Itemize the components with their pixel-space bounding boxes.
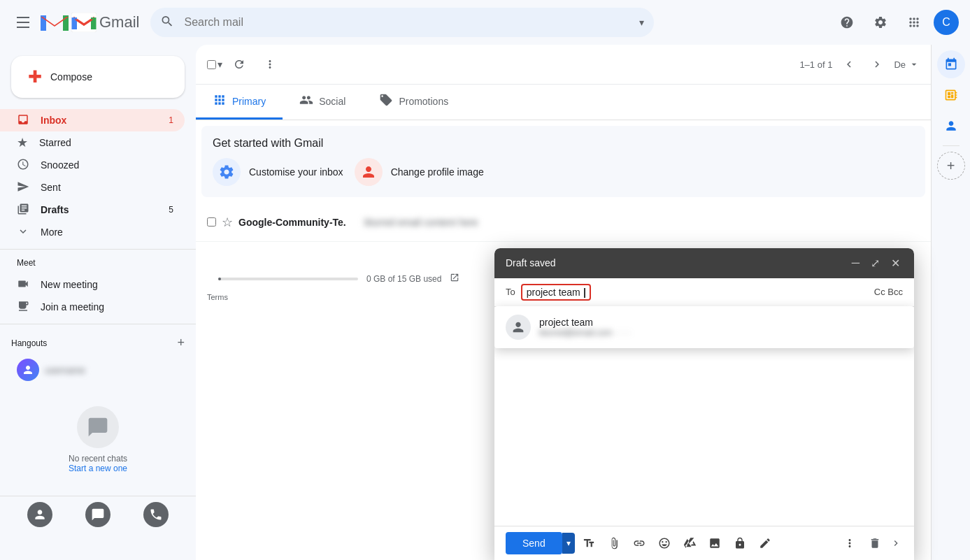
sidebar-item-new-meeting[interactable]: New meeting xyxy=(0,273,185,296)
compose-photo-button[interactable] xyxy=(704,532,726,554)
sidebar-item-more[interactable]: More xyxy=(0,221,185,243)
sidebar-bottom-actions xyxy=(0,496,196,533)
compose-header-title: Draft saved xyxy=(506,257,849,268)
join-meeting-label: Join a meeting xyxy=(41,301,104,313)
compose-to-input[interactable]: project team xyxy=(521,284,591,301)
get-started-item-profile[interactable]: Change profile image xyxy=(355,158,484,186)
prev-page-button[interactable] xyxy=(838,53,860,76)
account-dropdown[interactable]: De xyxy=(894,59,920,70)
select-all-checkbox[interactable] xyxy=(207,60,216,69)
compose-send-dropdown-button[interactable]: ▾ xyxy=(562,533,575,554)
get-started-items: Customise your inbox Change profile imag… xyxy=(213,158,914,186)
compose-emoji-button[interactable] xyxy=(653,532,676,554)
compose-lock-button[interactable] xyxy=(729,532,751,554)
settings-button[interactable] xyxy=(866,8,894,36)
hangout-avatar xyxy=(17,359,39,381)
compose-format-button[interactable] xyxy=(578,532,600,554)
compose-label: Compose xyxy=(50,71,92,82)
tab-promotions[interactable]: Promotions xyxy=(362,85,465,120)
compose-drive-button[interactable] xyxy=(678,532,701,554)
search-input[interactable] xyxy=(150,8,654,37)
sidebar-item-join-meeting[interactable]: Join a meeting xyxy=(0,296,185,318)
customize-label: Customise your inbox xyxy=(249,166,343,178)
right-sidebar: + xyxy=(931,45,970,560)
storage-external-link[interactable] xyxy=(450,273,459,285)
starred-label: Starred xyxy=(39,137,71,148)
help-button[interactable] xyxy=(833,8,861,36)
sidebar-item-sent[interactable]: Sent xyxy=(0,176,185,199)
more-options-button[interactable] xyxy=(256,50,284,78)
hangouts-add-icon[interactable]: + xyxy=(177,336,185,350)
inbox-label: Inbox xyxy=(41,115,66,126)
hangout-item[interactable]: username xyxy=(11,356,185,384)
top-bar: Gmail ▾ C xyxy=(0,0,970,45)
new-meeting-label: New meeting xyxy=(41,279,98,290)
compose-attach-button[interactable] xyxy=(603,532,625,554)
autocomplete-avatar xyxy=(506,315,531,340)
compose-button[interactable]: ✚ Compose xyxy=(11,56,185,98)
sidebar-item-drafts[interactable]: Drafts 5 xyxy=(0,199,185,221)
svg-rect-5 xyxy=(41,15,46,17)
menu-icon[interactable] xyxy=(11,10,35,34)
sidebar-item-starred[interactable]: ★ Starred xyxy=(0,131,185,154)
profile-icon xyxy=(355,158,383,186)
more-icon xyxy=(17,225,29,240)
sidebar-people-icon[interactable] xyxy=(27,502,52,527)
email-checkbox[interactable] xyxy=(207,217,216,227)
drafts-icon xyxy=(17,203,29,217)
tab-primary[interactable]: Primary xyxy=(196,85,283,120)
drafts-count: 5 xyxy=(169,205,173,215)
sidebar-hangouts-icon[interactable] xyxy=(85,502,110,527)
select-dropdown-icon[interactable]: ▾ xyxy=(217,59,222,70)
search-dropdown-icon[interactable]: ▾ xyxy=(639,17,644,28)
compose-to-field: To project team Cc Bcc project team blur… xyxy=(494,278,914,307)
compose-delete-button[interactable] xyxy=(864,532,886,554)
hangout-username: username xyxy=(45,365,85,375)
snoozed-icon xyxy=(17,158,29,173)
customize-icon xyxy=(213,158,241,186)
get-started-item-customize[interactable]: Customise your inbox xyxy=(213,158,343,186)
right-calendar-icon[interactable] xyxy=(937,50,965,78)
compose-header[interactable]: Draft saved ─ ⤢ ✕ xyxy=(494,248,914,278)
top-bar-right: C xyxy=(833,8,959,36)
new-meeting-icon xyxy=(17,278,29,292)
email-row[interactable]: ☆ Google-Community-Te. blurred email con… xyxy=(196,203,931,242)
refresh-button[interactable] xyxy=(225,50,253,78)
right-contacts-icon[interactable] xyxy=(937,112,965,140)
compose-signature-button[interactable] xyxy=(754,532,776,554)
email-star-icon[interactable]: ☆ xyxy=(222,215,233,230)
right-add-icon[interactable]: + xyxy=(937,152,965,180)
tab-social[interactable]: Social xyxy=(283,85,362,120)
compose-expand-arrow[interactable] xyxy=(889,538,903,549)
next-page-button[interactable] xyxy=(866,53,888,76)
avatar[interactable]: C xyxy=(934,10,959,35)
sidebar-phone-icon[interactable] xyxy=(143,502,169,527)
compose-minimize-button[interactable]: ─ xyxy=(849,255,862,271)
compose-content-area[interactable] xyxy=(494,330,914,526)
select-all-area: ▾ xyxy=(207,59,222,70)
no-chats: No recent chats Start a new one xyxy=(0,389,196,490)
svg-rect-6 xyxy=(63,15,69,17)
compose-to-value: project team xyxy=(527,287,580,298)
hangouts-label: Hangouts xyxy=(11,338,47,348)
starred-icon: ★ xyxy=(17,135,28,150)
tabs: Primary Social Promotions xyxy=(196,85,931,120)
compose-link-button[interactable] xyxy=(628,532,650,554)
autocomplete-item[interactable]: project team blurred@email.com · · · · xyxy=(494,306,914,348)
no-chats-icon xyxy=(77,406,119,448)
right-divider xyxy=(943,145,960,146)
right-tasks-icon[interactable] xyxy=(937,81,965,109)
compose-cc-bcc-button[interactable]: Cc Bcc xyxy=(874,287,903,297)
compose-more-options-button[interactable] xyxy=(839,532,861,554)
start-new-chat-link[interactable]: Start a new one xyxy=(69,464,127,473)
sent-icon xyxy=(17,180,29,195)
sidebar-item-snoozed[interactable]: Snoozed xyxy=(0,154,185,176)
drafts-label: Drafts xyxy=(41,204,69,215)
sidebar-item-inbox[interactable]: Inbox 1 xyxy=(0,109,185,131)
apps-button[interactable] xyxy=(900,8,928,36)
compose-expand-button[interactable]: ⤢ xyxy=(868,255,883,271)
get-started-title: Get started with Gmail xyxy=(213,137,914,150)
compose-send-button[interactable]: Send xyxy=(506,532,562,554)
compose-close-button[interactable]: ✕ xyxy=(888,255,903,271)
no-chats-text: No recent chats xyxy=(69,454,127,464)
